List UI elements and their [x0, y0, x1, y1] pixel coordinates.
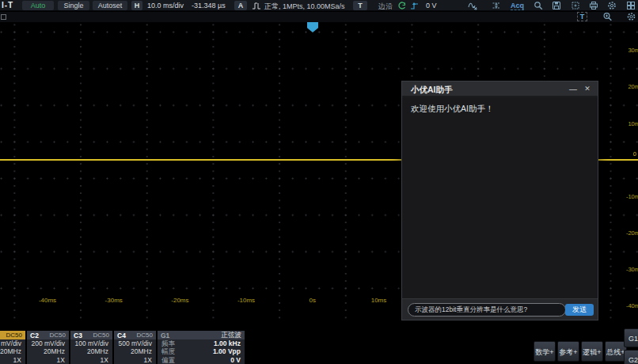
channel-coupling: DC50 [6, 332, 22, 339]
row-value: 0 V [230, 356, 241, 364]
settings-gear-icon[interactable] [607, 1, 617, 10]
generator1-panel[interactable]: G1 正弦波 频率 1.00 kHz 幅度 1.00 Vpp 偏置 0 V [158, 331, 245, 364]
channel-scale: 500 mV/div [114, 339, 156, 347]
minimize-icon[interactable]: — [568, 84, 579, 94]
chat-input[interactable] [408, 303, 566, 317]
save-icon[interactable] [552, 1, 561, 10]
trigger-level-value[interactable]: 0 V [426, 2, 437, 9]
screenshot-icon[interactable] [571, 1, 580, 10]
generator2-button[interactable]: G2 [624, 350, 638, 364]
secondary-toolbar: T [0, 12, 638, 22]
channel-scale: 10.0 mV/div [0, 339, 25, 347]
acq-tool-button[interactable]: Acq [511, 2, 524, 10]
search-icon[interactable] [534, 1, 543, 10]
channel-coupling: DC50 [50, 332, 66, 339]
acquisition-info: 正常, 1MPts, 10.00MSa/s [264, 2, 345, 12]
cursor-waveform-icon[interactable] [468, 1, 477, 10]
channel-scale: 200 mV/div [27, 339, 69, 347]
channel-id: C4 [117, 332, 126, 339]
channel4-panel[interactable]: C4 DC50 500 mV/div 20MHz 1X [114, 331, 156, 364]
acquire-mode-icon [252, 1, 261, 10]
volt-axis-zero-label: 0 [633, 150, 636, 159]
chat-message-area: 欢迎使用小优AI助手！ [402, 97, 598, 299]
channel4-header: C4 DC50 [114, 331, 156, 339]
text-annotation-icon[interactable]: T [577, 12, 587, 21]
time-axis-label: 0s [310, 297, 316, 304]
channel-probe: 1X [27, 356, 69, 364]
row-label: 幅度 [161, 347, 175, 355]
top-toolbar: I-T Auto Single Autoset H 10.0 ms/div -3… [0, 0, 638, 11]
volt-axis-label: 20mV [628, 82, 638, 92]
row-value: 1.00 kHz [214, 339, 241, 347]
run-state-button[interactable]: Auto [22, 1, 54, 10]
generator-id: G1 [161, 332, 169, 339]
channel1-panel[interactable]: C1 DC50 10.0 mV/div 20MHz 1X [0, 331, 25, 364]
channel-probe: 1X [70, 356, 112, 364]
zoom-in-icon[interactable] [602, 12, 613, 21]
close-icon[interactable]: ✕ [582, 84, 593, 94]
channel-probe: 1X [0, 356, 25, 364]
chat-input-bar: 发送 [402, 298, 598, 320]
ai-assistant-dialog: 小优AI助手 — ✕ 欢迎使用小优AI助手！ 发送 [401, 81, 598, 320]
volt-axis-label: -40mV [626, 301, 638, 311]
channel3-panel[interactable]: C3 DC50 100 mV/div 20MHz 1X [70, 331, 112, 364]
channel-id: C3 [74, 332, 82, 339]
welcome-message: 欢迎使用小优AI助手！ [411, 104, 493, 115]
acquire-label[interactable]: A [234, 1, 247, 10]
volt-axis-label: 10mV [628, 119, 638, 129]
channel2-panel[interactable]: C2 DC50 200 mV/div 20MHz 1X [27, 331, 69, 364]
generator1-header: G1 正弦波 [158, 331, 245, 339]
volt-axis-label: -30mV [626, 265, 638, 275]
channel-bandwidth: 20MHz [0, 347, 25, 355]
generator-waveform: 正弦波 [222, 331, 242, 340]
volt-axis-label: -20mV [626, 229, 638, 238]
generator-offset-row: 偏置 0 V [158, 356, 245, 364]
time-axis-label: -30ms [105, 297, 123, 304]
math-add-button[interactable]: 数学+ [534, 341, 556, 362]
time-axis-label: 10ms [371, 297, 387, 304]
reference-add-button[interactable]: 参考+ [557, 341, 579, 362]
tools-gear-icon[interactable] [626, 12, 636, 21]
channel2-header: C2 DC50 [27, 331, 69, 339]
trigger-label[interactable]: T [353, 1, 367, 10]
horizontal-offset-value[interactable]: -31.348 µs [192, 2, 226, 9]
channel-bandwidth: 20MHz [27, 347, 69, 355]
channel-bandwidth: 20MHz [114, 347, 156, 355]
volt-axis-label: 30mV [628, 46, 638, 55]
rising-edge-icon[interactable] [410, 1, 420, 10]
generator1-button[interactable]: G1 [624, 328, 638, 347]
single-button[interactable]: Single [58, 1, 89, 10]
volt-axis-label: -10mV [626, 192, 638, 202]
channel-bandwidth: 20MHz [70, 347, 112, 355]
trigger-source-icon[interactable] [397, 1, 407, 10]
printer-icon[interactable] [589, 1, 598, 10]
oscilloscope-screen: I-T Auto Single Autoset H 10.0 ms/div -3… [0, 0, 638, 364]
channel1-header: C1 DC50 [0, 331, 25, 339]
generator-amplitude-row: 幅度 1.00 Vpp [158, 347, 245, 355]
generator-frequency-row: 频率 1.00 kHz [158, 339, 245, 347]
time-axis-label: -10ms [237, 297, 255, 304]
channel-coupling: DC50 [93, 332, 109, 339]
channel-probe: 1X [114, 356, 156, 364]
channel-id: C2 [30, 332, 39, 339]
display-layout-icon[interactable] [626, 1, 636, 10]
row-value: 1.00 Vpp [213, 347, 241, 355]
time-axis-label: -40ms [39, 297, 56, 304]
channel-coupling: DC50 [137, 332, 153, 339]
channel-scale: 100 mV/div [70, 339, 112, 347]
window-icon[interactable] [1, 14, 6, 20]
time-axis-label: -20ms [171, 297, 188, 304]
dialog-titlebar[interactable]: 小优AI助手 — ✕ [402, 82, 598, 97]
horizontal-label[interactable]: H [131, 1, 142, 10]
trigger-type[interactable]: 边沿 [378, 2, 393, 12]
row-label: 频率 [161, 339, 175, 347]
timebase-value[interactable]: 10.0 ms/div [147, 2, 184, 9]
send-button[interactable]: 发送 [565, 304, 594, 316]
channel3-header: C3 DC50 [70, 331, 112, 339]
brand-logo: I-T [2, 1, 13, 9]
logic-add-button[interactable]: 逻辑+ [581, 341, 603, 362]
measure-icon[interactable] [492, 1, 501, 10]
dialog-title: 小优AI助手 [411, 85, 453, 96]
row-label: 偏置 [161, 356, 175, 364]
autoset-button[interactable]: Autoset [93, 1, 127, 10]
